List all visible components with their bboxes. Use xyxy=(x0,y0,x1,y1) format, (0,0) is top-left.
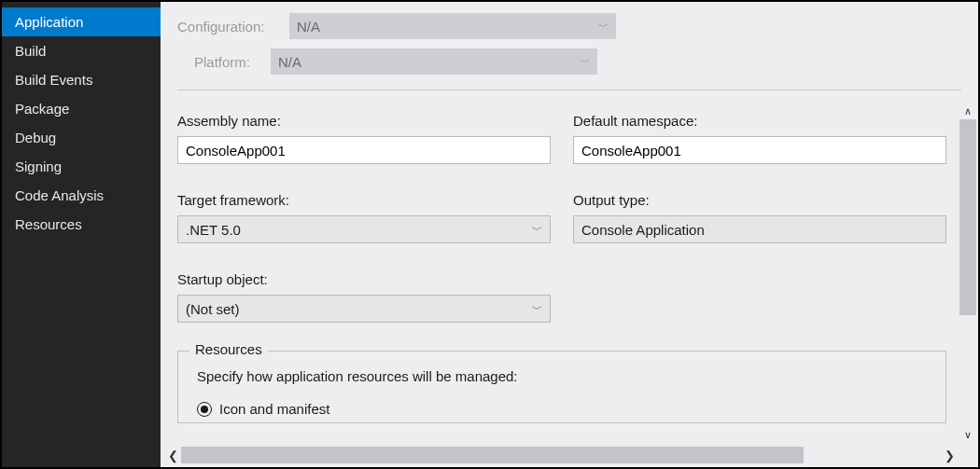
default-namespace-label: Default namespace: xyxy=(573,109,946,131)
scroll-down-icon[interactable]: ∨ xyxy=(959,426,976,443)
icon-and-manifest-radio[interactable]: Icon and manifest xyxy=(197,401,931,422)
horizontal-scrollbar[interactable]: ❮ ❯ xyxy=(164,447,958,463)
scroll-up-icon[interactable]: ∧ xyxy=(959,103,976,119)
vertical-scroll-thumb[interactable] xyxy=(959,119,976,315)
output-type-label: Output type: xyxy=(573,188,946,210)
divider xyxy=(177,90,961,90)
vertical-scrollbar[interactable]: ∧ ∨ xyxy=(959,103,976,443)
horizontal-scroll-thumb[interactable] xyxy=(181,447,804,463)
main-panel: Configuration: N/A ﹀ Platform: N/A ﹀ Ass… xyxy=(161,2,978,467)
sidebar-nav: Application Build Build Events Package D… xyxy=(2,2,161,467)
target-framework-select[interactable]: .NET 5.0 ﹀ xyxy=(177,215,551,243)
form-body: Assembly name: Default namespace: Target… xyxy=(161,98,978,423)
target-framework-label: Target framework: xyxy=(177,188,551,210)
sidebar-item-debug[interactable]: Debug xyxy=(2,123,161,152)
chevron-down-icon: ﹀ xyxy=(580,55,590,69)
platform-row: Platform: N/A ﹀ xyxy=(177,48,961,75)
chevron-down-icon: ﹀ xyxy=(532,223,542,237)
assembly-name-label: Assembly name: xyxy=(177,109,551,131)
output-type-value: Console Application xyxy=(581,222,705,238)
default-namespace-input[interactable] xyxy=(573,136,946,164)
platform-label: Platform: xyxy=(194,54,261,70)
config-toolbar: Configuration: N/A ﹀ Platform: N/A ﹀ xyxy=(161,2,978,98)
resources-legend: Resources xyxy=(189,341,268,357)
scroll-left-icon[interactable]: ❮ xyxy=(164,447,181,463)
sidebar-item-build[interactable]: Build xyxy=(2,36,161,65)
radio-icon xyxy=(197,402,212,417)
sidebar-item-signing[interactable]: Signing xyxy=(2,152,161,181)
sidebar-item-code-analysis[interactable]: Code Analysis xyxy=(2,181,161,210)
chevron-down-icon: ﹀ xyxy=(532,302,542,316)
configuration-row: Configuration: N/A ﹀ xyxy=(177,13,961,39)
output-type-select[interactable]: Console Application xyxy=(573,215,946,243)
vertical-scroll-track[interactable] xyxy=(959,119,976,426)
configuration-label: Configuration: xyxy=(177,19,280,34)
icon-and-manifest-label: Icon and manifest xyxy=(219,401,329,417)
sidebar-item-package[interactable]: Package xyxy=(2,94,161,123)
startup-object-value: (Not set) xyxy=(186,301,240,317)
resources-group: Resources Specify how application resour… xyxy=(177,351,946,423)
sidebar-item-resources[interactable]: Resources xyxy=(2,210,161,239)
platform-value: N/A xyxy=(278,54,301,70)
assembly-name-input[interactable] xyxy=(177,136,551,164)
sidebar-item-application[interactable]: Application xyxy=(2,7,161,36)
form-scroll-region: Assembly name: Default namespace: Target… xyxy=(161,98,978,467)
configuration-value: N/A xyxy=(297,19,320,34)
startup-object-label: Startup object: xyxy=(177,268,551,289)
chevron-down-icon: ﹀ xyxy=(598,20,609,34)
platform-select: N/A ﹀ xyxy=(271,48,597,75)
resources-description: Specify how application resources will b… xyxy=(197,368,931,384)
horizontal-scroll-track[interactable] xyxy=(181,447,941,463)
configuration-select: N/A ﹀ xyxy=(289,13,616,39)
target-framework-value: .NET 5.0 xyxy=(186,222,241,238)
sidebar-item-build-events[interactable]: Build Events xyxy=(2,65,161,94)
scroll-right-icon[interactable]: ❯ xyxy=(941,447,958,463)
project-properties-window: Application Build Build Events Package D… xyxy=(0,0,980,469)
startup-object-select[interactable]: (Not set) ﹀ xyxy=(177,295,551,323)
